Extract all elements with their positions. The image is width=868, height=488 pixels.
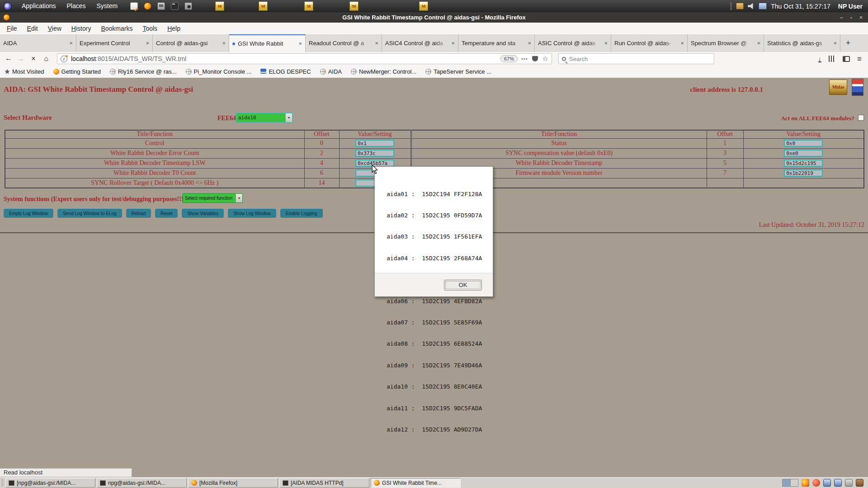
tab-close-icon[interactable]: ×: [604, 40, 608, 47]
volume-tray-icon[interactable]: [748, 3, 755, 9]
tab-close-icon[interactable]: ×: [146, 40, 149, 47]
menu-file[interactable]: File: [2, 25, 22, 32]
app-tray-icon[interactable]: [845, 479, 853, 487]
tab-gsi-white-rabbit-active[interactable]: GSI White Rabbit ×: [229, 34, 306, 52]
downloads-icon[interactable]: ↓: [818, 56, 822, 62]
midas-launcher-icon[interactable]: M: [304, 1, 313, 11]
text-editor-launcher-icon[interactable]: [130, 2, 138, 10]
menu-tools[interactable]: Tools: [137, 25, 162, 32]
bookmark-rly16-service[interactable]: Rly16 Service @ ras...: [110, 68, 177, 75]
show-variables-button[interactable]: Show Variables: [182, 209, 224, 218]
search-input[interactable]: [569, 56, 696, 62]
menu-applications[interactable]: Applications: [16, 0, 61, 12]
tab-close-icon[interactable]: ×: [298, 40, 302, 47]
tab-temperature[interactable]: Temperature and sta ×: [458, 34, 535, 52]
panel-clock[interactable]: Thu Oct 31, 15:27:17: [771, 3, 830, 10]
search-bar[interactable]: [558, 53, 714, 64]
register-value-input[interactable]: [784, 169, 823, 177]
site-info-icon[interactable]: i: [61, 56, 67, 62]
system-function-select[interactable]: Select required function ▾: [183, 193, 243, 203]
bookmark-newmerger[interactable]: NewMerger: Control...: [351, 68, 416, 75]
register-value-input[interactable]: [784, 150, 823, 157]
midas-launcher-icon[interactable]: M: [349, 1, 359, 11]
tab-close-icon[interactable]: ×: [833, 40, 837, 47]
menu-view[interactable]: View: [43, 25, 66, 32]
url-bar[interactable]: i localhost:8015/AIDA/TS_WR/TS_WR.tml 67…: [57, 53, 552, 64]
firefox-launcher-icon[interactable]: [144, 2, 151, 10]
bookmark-tapeserver[interactable]: TapeServer Service ...: [425, 68, 491, 75]
zoom-level-badge[interactable]: 67%: [500, 55, 518, 62]
taskbar-item-firefox[interactable]: [Mozilla Firefox]: [188, 478, 278, 488]
dropdown-arrow-icon[interactable]: ▾: [236, 194, 242, 202]
menu-system[interactable]: System: [91, 0, 123, 12]
distributor-logo-icon[interactable]: [4, 2, 12, 10]
tab-experiment-control[interactable]: Experiment Control ×: [76, 34, 153, 52]
empty-log-window-button[interactable]: Empty Log Window: [4, 209, 53, 218]
package-tray-icon[interactable]: [736, 3, 744, 9]
tab-aida[interactable]: AIDA ×: [0, 34, 76, 52]
page-actions-icon[interactable]: •••: [521, 56, 528, 61]
tab-close-icon[interactable]: ×: [222, 40, 226, 47]
home-button[interactable]: ⌂: [40, 55, 52, 63]
tab-run-control[interactable]: Run Control @ aidas- ×: [611, 34, 688, 52]
tab-readout-control[interactable]: Readout Control @ a ×: [306, 34, 382, 52]
new-tab-button[interactable]: +: [840, 34, 856, 52]
bookmark-star-icon[interactable]: ☆: [542, 55, 548, 63]
register-value-input[interactable]: [355, 150, 394, 157]
sidebar-icon[interactable]: [843, 56, 850, 62]
terminal-launcher-icon[interactable]: [171, 2, 179, 10]
network-tray-icon[interactable]: [759, 3, 767, 9]
enable-logging-button[interactable]: Enable Logging: [280, 209, 323, 218]
hamburger-menu-icon[interactable]: ≡: [857, 55, 862, 63]
act-on-all-checkbox[interactable]: [858, 115, 864, 121]
trash-icon[interactable]: [856, 479, 863, 487]
tab-asic4-control[interactable]: ASIC4 Control @ aida ×: [382, 34, 458, 52]
fee64-select[interactable]: aida10 ▾: [236, 113, 293, 123]
tab-control-aidas-gsi[interactable]: Control @ aidas-gsi ×: [153, 34, 229, 52]
tab-asic-control[interactable]: ASIC Control @ aidas ×: [535, 34, 611, 52]
tab-close-icon[interactable]: ×: [375, 40, 378, 47]
reload-button[interactable]: Reload: [126, 209, 151, 218]
pocket-icon[interactable]: [532, 56, 538, 61]
bookmark-most-visited[interactable]: Most Visited: [5, 68, 44, 75]
tab-close-icon[interactable]: ×: [680, 40, 684, 47]
menu-history[interactable]: History: [66, 25, 96, 32]
menu-help[interactable]: Help: [162, 25, 185, 32]
url-text[interactable]: localhost:8015/AIDA/TS_WR/TS_WR.tml: [71, 55, 500, 62]
close-button[interactable]: ×: [859, 14, 863, 21]
maximize-button[interactable]: ▫: [850, 14, 852, 21]
menu-places[interactable]: Places: [61, 0, 91, 12]
taskbar-item-gsi-white-rabbit-active[interactable]: GSI White Rabbit Time...: [371, 478, 461, 488]
back-button[interactable]: ←: [3, 53, 14, 65]
dropdown-arrow-icon[interactable]: ▾: [285, 113, 292, 122]
tab-close-icon[interactable]: ×: [757, 40, 760, 47]
stop-button[interactable]: ×: [27, 55, 40, 63]
register-value-input[interactable]: [784, 140, 823, 147]
monitor-tray-icon[interactable]: [834, 479, 842, 487]
ok-button[interactable]: OK: [444, 280, 482, 291]
menu-edit[interactable]: Edit: [22, 25, 43, 32]
send-log-to-elog-button[interactable]: Send Log Window to ELog: [57, 209, 122, 218]
bookmark-getting-started[interactable]: Getting Started: [53, 68, 101, 75]
tab-statistics[interactable]: Statistics @ aidas-gs ×: [764, 34, 840, 52]
app-tray-icon[interactable]: [812, 479, 820, 487]
library-icon[interactable]: [829, 56, 835, 62]
register-value-input[interactable]: [355, 140, 394, 147]
midas-launcher-icon[interactable]: M: [259, 1, 268, 11]
monitor-tray-icon[interactable]: [823, 479, 831, 487]
register-value-input[interactable]: [784, 160, 823, 167]
reset-button[interactable]: Reset: [155, 209, 178, 218]
bookmark-aida[interactable]: AIDA: [320, 68, 342, 75]
taskbar-item-aida-httpd[interactable]: [AIDA MIDAS HTTPd]: [279, 478, 369, 488]
tab-close-icon[interactable]: ×: [451, 40, 455, 47]
screenshot-launcher-icon[interactable]: [184, 2, 192, 10]
panel-user[interactable]: NP User: [838, 3, 863, 10]
taskbar-item-terminal-2[interactable]: npg@aidas-gsi:/MIDA...: [97, 478, 187, 488]
file-archive-launcher-icon[interactable]: [157, 2, 165, 10]
minimize-button[interactable]: –: [840, 14, 843, 21]
bookmark-elog-despec[interactable]: ELOG DESPEC: [260, 68, 311, 75]
workspace-switcher[interactable]: [782, 479, 798, 487]
midas-launcher-icon[interactable]: M: [215, 1, 224, 11]
forward-button[interactable]: →: [14, 55, 27, 63]
menu-bookmarks[interactable]: Bookmarks: [96, 25, 137, 32]
